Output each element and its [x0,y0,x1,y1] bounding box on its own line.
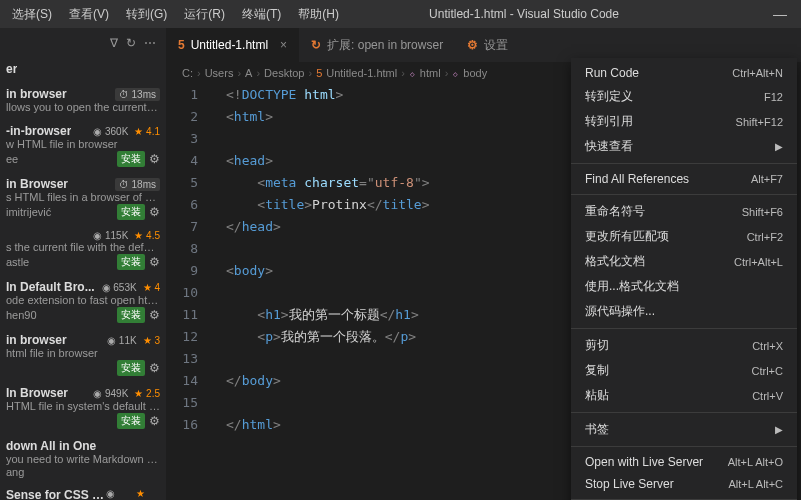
menu-terminal[interactable]: 终端(T) [234,2,289,27]
install-button[interactable]: 安装 [117,254,145,270]
context-menu-item[interactable]: Run CodeCtrl+Alt+N [571,62,797,84]
context-menu-item[interactable]: Open with Live ServerAlt+L Alt+O [571,451,797,473]
tab-label: 扩展: open in browser [327,37,443,54]
extension-item[interactable]: -in-browser◉ 360K★ 4.1w HTML file in bro… [0,120,166,173]
tab-extension-openinbrowser[interactable]: ↻ 扩展: open in browser [299,28,455,62]
close-icon[interactable]: × [280,38,287,52]
context-menu-item[interactable]: 复制Ctrl+C [571,358,797,383]
extension-item[interactable]: In Default Bro...◉ 653K★ 4ode extension … [0,276,166,329]
install-button[interactable]: 安装 [117,360,145,376]
menu-view[interactable]: 查看(V) [61,2,117,27]
gear-icon[interactable]: ⚙ [149,152,160,166]
tab-bar: 5 Untitled-1.html × ↻ 扩展: open in browse… [166,28,801,62]
context-menu-item[interactable]: 快速查看▶ [571,134,797,159]
tab-label: Untitled-1.html [191,38,268,52]
install-button[interactable]: 安装 [117,307,145,323]
more-icon[interactable]: ⋯ [144,36,156,50]
extensions-sidebar: ∇ ↻ ⋯ erin browser⏱ 13msllows you to ope… [0,28,166,500]
window-title: Untitled-1.html - Visual Studio Code [347,7,701,21]
extension-item[interactable]: down All in Oneyou need to write Markdow… [0,435,166,484]
filter-icon[interactable]: ∇ [110,36,118,50]
menu-help[interactable]: 帮助(H) [290,2,347,27]
refresh-icon: ↻ [311,38,321,52]
context-menu-item[interactable]: 更改所有匹配项Ctrl+F2 [571,224,797,249]
extension-item[interactable]: in browser◉ 11K★ 3html file in browser安装… [0,329,166,382]
menu-bar: 选择(S) 查看(V) 转到(G) 运行(R) 终端(T) 帮助(H) [0,2,347,27]
titlebar: 选择(S) 查看(V) 转到(G) 运行(R) 终端(T) 帮助(H) Unti… [0,0,801,28]
context-menu-item[interactable]: 格式化文档Ctrl+Alt+L [571,249,797,274]
gear-icon[interactable]: ⚙ [149,308,160,322]
menu-run[interactable]: 运行(R) [176,2,233,27]
menu-select[interactable]: 选择(S) [4,2,60,27]
gear-icon[interactable]: ⚙ [149,255,160,269]
extension-item[interactable]: in Browser⏱ 18mss HTML files in a browse… [0,173,166,226]
context-menu-item[interactable]: 书签▶ [571,417,797,442]
gear-icon: ⚙ [467,38,478,52]
context-menu-item[interactable]: 剪切Ctrl+X [571,333,797,358]
html-file-icon: 5 [178,38,185,52]
extension-item[interactable]: er [0,58,166,83]
context-menu: Run CodeCtrl+Alt+N转到定义F12转到引用Shift+F12快速… [571,58,797,500]
context-menu-item[interactable]: 重命名符号Shift+F6 [571,199,797,224]
extension-item[interactable]: ◉ 115K★ 4.5s the current file with the d… [0,226,166,276]
context-menu-item[interactable]: Find All ReferencesAlt+F7 [571,168,797,190]
gear-icon[interactable]: ⚙ [149,205,160,219]
menu-go[interactable]: 转到(G) [118,2,175,27]
context-menu-item[interactable]: 源代码操作... [571,299,797,324]
tab-label: 设置 [484,37,508,54]
minimize-icon[interactable]: — [773,6,787,22]
clear-icon[interactable]: ↻ [126,36,136,50]
install-button[interactable]: 安装 [117,151,145,167]
context-menu-item[interactable]: 转到定义F12 [571,84,797,109]
gear-icon[interactable]: ⚙ [149,361,160,375]
gear-icon[interactable]: ⚙ [149,414,160,428]
extension-item[interactable]: In Browser◉ 949K★ 2.5HTML file in system… [0,382,166,435]
context-menu-item[interactable]: 使用...格式化文档 [571,274,797,299]
context-menu-item[interactable]: 粘贴Ctrl+V [571,383,797,408]
context-menu-item[interactable]: Stop Live ServerAlt+L Alt+C [571,473,797,495]
extension-item[interactable]: Sense for CSS cl...◉ 4M★ 3.5s class name… [0,484,166,500]
tab-settings[interactable]: ⚙ 设置 [455,28,520,62]
install-button[interactable]: 安装 [117,204,145,220]
tab-untitled-html[interactable]: 5 Untitled-1.html × [166,28,299,62]
editor-area: 5 Untitled-1.html × ↻ 扩展: open in browse… [166,28,801,500]
extension-item[interactable]: in browser⏱ 13msllows you to open the cu… [0,83,166,120]
context-menu-item[interactable]: 转到引用Shift+F12 [571,109,797,134]
install-button[interactable]: 安装 [117,413,145,429]
